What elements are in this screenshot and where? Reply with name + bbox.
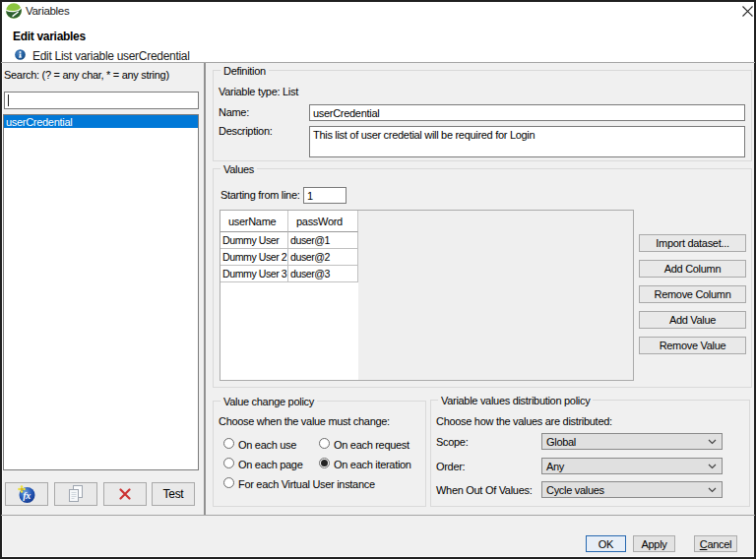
svg-text:fx: fx xyxy=(23,490,31,501)
